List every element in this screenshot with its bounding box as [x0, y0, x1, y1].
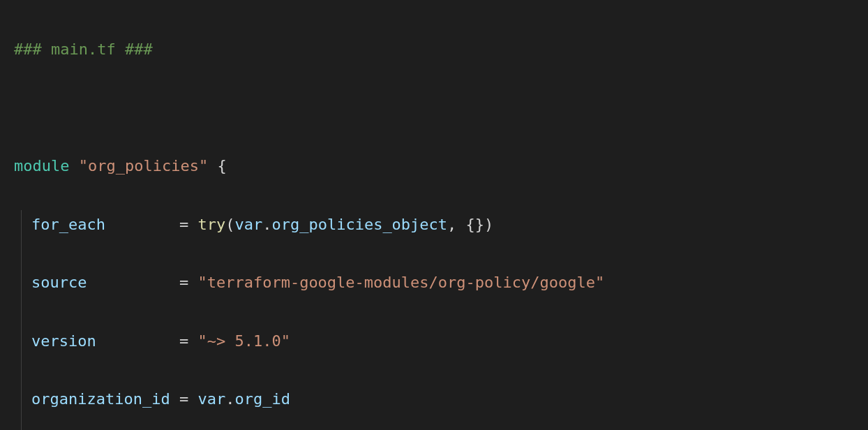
- code-line-comment: ### main.tf ###: [14, 35, 854, 64]
- blank-line: [14, 93, 854, 122]
- value-source: "terraform-google-modules/org-policy/goo…: [197, 274, 604, 291]
- open-brace: {: [217, 157, 226, 175]
- equals: =: [179, 274, 188, 291]
- code-editor: ### main.tf ### module "org_policies" { …: [14, 6, 854, 430]
- try-function: try: [197, 216, 225, 233]
- empty-obj: {}: [466, 216, 485, 233]
- code-line-source: source = "terraform-google-modules/org-p…: [31, 268, 854, 297]
- code-line-version: version = "~> 5.1.0": [31, 327, 854, 356]
- comment-text: ### main.tf ###: [14, 40, 153, 58]
- var-member: org_policies_object: [271, 216, 447, 233]
- equals: =: [179, 216, 188, 233]
- equals: =: [179, 332, 188, 350]
- var-member: org_id: [234, 390, 290, 408]
- code-line-org-id: organization_id = var.org_id: [31, 385, 854, 414]
- dot: .: [262, 216, 271, 233]
- var-ref: var: [197, 390, 225, 408]
- value-version: "~> 5.1.0": [197, 332, 290, 350]
- var-ref: var: [234, 216, 262, 233]
- key-source: source: [31, 274, 87, 291]
- paren-close: ): [484, 216, 493, 233]
- equals: =: [179, 390, 188, 408]
- key-version: version: [31, 332, 96, 350]
- module-name: "org_policies": [79, 157, 208, 175]
- code-line-module: module "org_policies" {: [14, 151, 854, 181]
- dot: .: [225, 390, 234, 408]
- module-keyword: module: [14, 157, 69, 175]
- key-org-id: organization_id: [31, 390, 170, 408]
- code-line-for-each: for_each = try(var.org_policies_object, …: [31, 210, 854, 239]
- comma: ,: [447, 216, 456, 233]
- paren-open: (: [225, 216, 234, 233]
- key-for-each: for_each: [31, 216, 105, 233]
